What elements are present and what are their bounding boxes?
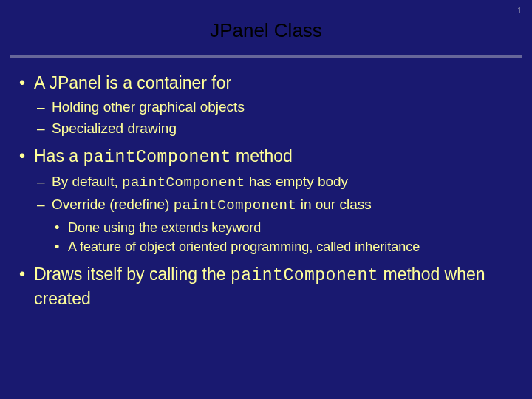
bullet-2-sub-1: By default, paintComponent has empty bod… [34, 172, 520, 193]
bullet-list: A JPanel is a container for Holding othe… [15, 72, 520, 310]
bullet-2-sub-2-a: Override (redefine) [52, 197, 174, 212]
bullet-1-sublist: Holding other graphical objects Speciali… [34, 98, 520, 137]
bullet-2: Has a paintComponent method By default, … [15, 145, 520, 256]
title-divider [10, 55, 522, 58]
bullet-2-sub-2-sublist: Done using the extends keyword A feature… [52, 219, 520, 256]
page-number: 1 [517, 6, 522, 15]
slide-body: A JPanel is a container for Holding othe… [0, 72, 532, 310]
bullet-2-sub-2: Override (redefine) paintComponent in ou… [34, 195, 520, 256]
bullet-2-text-b: method [231, 146, 293, 166]
bullet-2-sublist: By default, paintComponent has empty bod… [34, 172, 520, 256]
bullet-2-sub-1-code: paintComponent [122, 174, 245, 191]
bullet-1: A JPanel is a container for Holding othe… [15, 72, 520, 137]
bullet-2-text-a: Has a [34, 146, 83, 166]
bullet-2-code: paintComponent [83, 148, 231, 167]
bullet-3: Draws itself by calling the paintCompone… [15, 263, 520, 310]
bullet-3-code: paintComponent [231, 266, 378, 285]
bullet-3-text-a: Draws itself by calling the [34, 265, 231, 284]
bullet-2-sub-2-t1: Done using the extends keyword [52, 219, 520, 236]
slide-title: JPanel Class [0, 0, 532, 55]
bullet-2-sub-1-b: has empty body [245, 174, 348, 189]
bullet-2-sub-2-code: paintComponent [174, 197, 297, 214]
bullet-1-sub-1: Holding other graphical objects [34, 98, 520, 117]
bullet-1-text: A JPanel is a container for [34, 73, 231, 92]
bullet-2-sub-2-t2: A feature of object oriented programming… [52, 238, 520, 256]
bullet-1-sub-2: Specialized drawing [34, 119, 520, 138]
bullet-2-sub-2-b: in our class [296, 197, 371, 212]
bullet-2-sub-1-a: By default, [52, 174, 122, 189]
